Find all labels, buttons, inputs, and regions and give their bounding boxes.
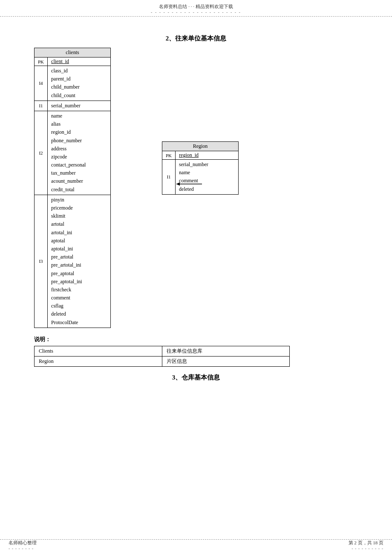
fields-i3: pinyinpricemodesklimitartotalartotal_ini… [48, 195, 111, 328]
table-row: I4 class_idparent_idchild_numberchild_co… [35, 66, 111, 101]
region-fields-i1: serial_numbernamecommentdeleted [176, 160, 239, 195]
clients-table: clients PK client_id I4 class_idparent_i… [34, 48, 111, 328]
footer-left: 名师精心整理 - - - - - - - - [9, 540, 37, 551]
key-pk: PK [35, 58, 48, 66]
fields-i4: class_idparent_idchild_numberchild_count [48, 66, 111, 101]
note-row-clients: Clients 往来单位信息库 [35, 346, 290, 356]
note-desc-region: 片区信息 [162, 356, 290, 366]
note-term-clients: Clients [35, 346, 162, 356]
page-header: 名师资料总结 · · · 精品资料欢迎下载 - - - - - - - - - … [0, 0, 392, 17]
page-footer: 名师精心整理 - - - - - - - - 第 2 页，共 18 页 - - … [0, 539, 392, 551]
table-row: PK client_id [35, 58, 111, 66]
diagram-area: clients PK client_id I4 class_idparent_i… [34, 48, 358, 328]
region-key-pk: PK [162, 151, 176, 160]
section2-title: 2、往来单位基本信息 [34, 35, 358, 43]
fields-i1: serial_number [48, 101, 111, 111]
table-row: PK region_id [162, 151, 239, 160]
key-i1: I1 [35, 101, 48, 111]
region-key-i1: I1 [162, 160, 176, 195]
note-section: 说明： Clients 往来单位信息库 Region 片区信息 [34, 336, 358, 367]
header-text: 名师资料总结 · · · 精品资料欢迎下载 [0, 3, 392, 10]
note-desc-clients: 往来单位信息库 [162, 346, 290, 356]
note-row-region: Region 片区信息 [35, 356, 290, 366]
note-term-region: Region [35, 356, 162, 366]
key-i3: I3 [35, 195, 48, 328]
clients-table-header: clients [35, 48, 111, 58]
section3-title: 3、仓库基本信息 [34, 374, 358, 382]
clients-table-wrapper: clients PK client_id I4 class_idparent_i… [34, 48, 111, 328]
footer-left-label: 名师精心整理 [9, 540, 37, 546]
field-client-id: client_id [48, 58, 111, 66]
footer-right: 第 2 页，共 18 页 - - - - - - - - - - [349, 540, 384, 551]
region-table-header: Region [162, 142, 239, 151]
key-i2: I2 [35, 111, 48, 195]
footer-left-dots: - - - - - - - - [9, 546, 37, 551]
region-table: Region PK region_id I1 serial_numbername… [162, 141, 239, 195]
table-row: I1 serial_numbernamecommentdeleted [162, 160, 239, 195]
footer-right-label: 第 2 页，共 18 页 [349, 540, 384, 546]
region-field-id: region_id [176, 151, 239, 160]
footer-right-dots: - - - - - - - - - - [349, 546, 384, 551]
note-table: Clients 往来单位信息库 Region 片区信息 [34, 346, 290, 367]
key-i4: I4 [35, 66, 48, 101]
header-dots: - - - - - - - - - - - - - - - - - - - - … [0, 10, 392, 14]
table-row: I1 serial_number [35, 101, 111, 111]
region-table-wrapper: Region PK region_id I1 serial_numbername… [162, 141, 239, 195]
table-row: I3 pinyinpricemodesklimitartotalartotal_… [35, 195, 111, 328]
fields-i2: namealiasregion_idphone_numberaddresszip… [48, 111, 111, 195]
table-row: I2 namealiasregion_idphone_numberaddress… [35, 111, 111, 195]
note-title: 说明： [34, 336, 358, 343]
page-content: 2、往来单位基本信息 clients PK client_id I4 [0, 17, 392, 399]
